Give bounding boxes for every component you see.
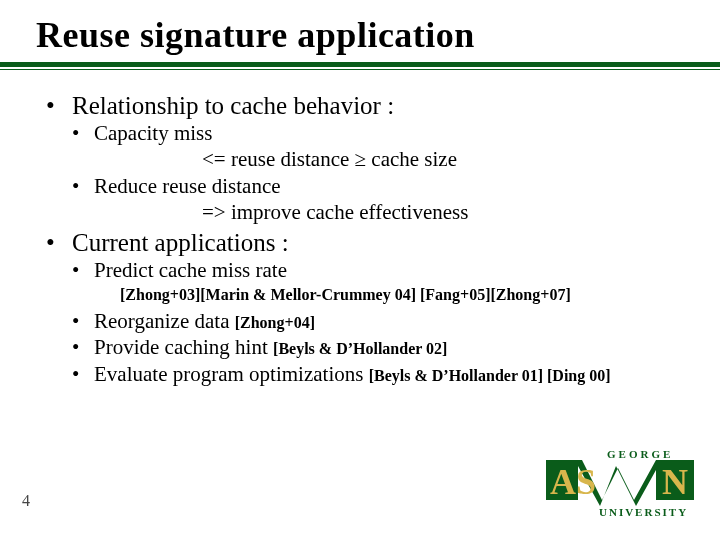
title-divider <box>0 62 720 70</box>
slide-title: Reuse signature application <box>36 14 720 56</box>
subbullet-label: Provide caching hint <box>94 335 273 359</box>
university-logo: GEORGE AS N UNIVERSITY <box>544 444 694 522</box>
subbullet-label: Reduce reuse distance <box>94 173 281 199</box>
logo-text-top: GEORGE <box>607 448 673 460</box>
subbullet-caching-hint: • Provide caching hint [Beyls & D’Hollan… <box>72 334 700 360</box>
bullet-dot-icon: • <box>72 308 94 334</box>
bullet-dot-icon: • <box>72 361 94 387</box>
subbullet-detail: <= reuse distance ≥ cache size <box>202 146 700 172</box>
citation: [Beyls & D’Hollander 02] <box>273 340 447 357</box>
subbullet-reduce-distance: • Reduce reuse distance => improve cache… <box>72 173 700 226</box>
bullet-dot-icon: • <box>46 229 72 257</box>
subbullet-label: Capacity miss <box>94 120 212 146</box>
bullet-dot-icon: • <box>72 173 94 199</box>
bullet-dot-icon: • <box>72 334 94 360</box>
bullet-applications: • Current applications : • Predict cache… <box>46 229 700 387</box>
bullet-label: Current applications : <box>72 229 289 257</box>
logo-text-right: N <box>662 462 688 502</box>
subbullet-reorganize: • Reorganize data [Zhong+04] <box>72 308 700 334</box>
subbullet-evaluate: • Evaluate program optimizations [Beyls … <box>72 361 700 387</box>
logo-text-left: AS <box>550 462 596 502</box>
subbullet-label: Predict cache miss rate <box>94 257 287 283</box>
citation: [Zhong+04] <box>235 314 315 331</box>
bullet-dot-icon: • <box>72 120 94 146</box>
bullet-dot-icon: • <box>46 92 72 120</box>
subbullet-label: Evaluate program optimizations <box>94 362 369 386</box>
slide-body: • Relationship to cache behavior : • Cap… <box>0 70 720 387</box>
subbullet-label: Reorganize data <box>94 309 235 333</box>
bullet-dot-icon: • <box>72 257 94 283</box>
bullet-relationship: • Relationship to cache behavior : • Cap… <box>46 92 700 225</box>
subbullet-predict: • Predict cache miss rate [Zhong+03][Mar… <box>72 257 700 306</box>
citation: [Beyls & D’Hollander 01] [Ding 00] <box>369 367 611 384</box>
subbullet-detail: => improve cache effectiveness <box>202 199 700 225</box>
citation-line: [Zhong+03][Marin & Mellor-Crummey 04] [F… <box>120 285 700 306</box>
logo-text-university: UNIVERSITY <box>599 506 688 518</box>
subbullet-capacity-miss: • Capacity miss <= reuse distance ≥ cach… <box>72 120 700 173</box>
page-number: 4 <box>22 492 30 510</box>
bullet-label: Relationship to cache behavior : <box>72 92 394 120</box>
